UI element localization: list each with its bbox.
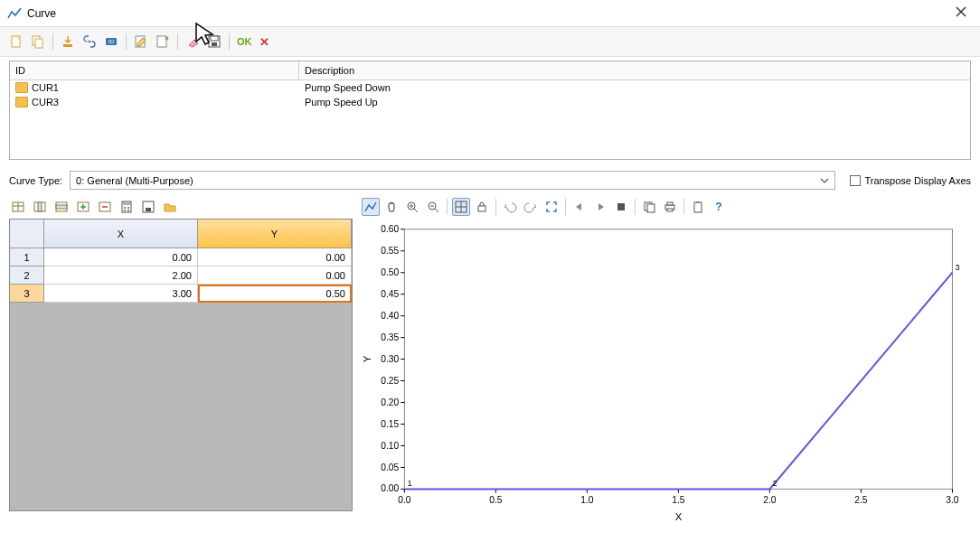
grid-cell-y[interactable]: 0.50 — [198, 285, 352, 303]
list-header-id[interactable]: ID — [10, 61, 299, 79]
separator — [495, 199, 496, 215]
svg-rect-6 — [63, 44, 72, 47]
curve-list-panel: ID Description CUR1 Pump Speed Down CUR3… — [9, 61, 971, 160]
grid-header-x[interactable]: X — [44, 220, 198, 248]
eraser-icon[interactable] — [184, 33, 202, 51]
curve-type-label: Curve Type: — [9, 175, 62, 186]
svg-point-30 — [124, 210, 126, 211]
redo-icon[interactable] — [522, 198, 540, 216]
svg-text:2: 2 — [773, 479, 777, 488]
curve-type-select[interactable]: 0: General (Multi-Purpose) — [70, 171, 835, 190]
svg-text:0.0: 0.0 — [398, 495, 411, 505]
ok-button[interactable]: OK — [235, 36, 254, 47]
import-down-icon[interactable] — [59, 33, 77, 51]
svg-text:0.00: 0.00 — [381, 483, 399, 493]
link-icon[interactable] — [80, 33, 99, 51]
svg-text:X: X — [675, 511, 683, 522]
step-fwd-icon[interactable] — [591, 198, 609, 216]
svg-line-39 — [435, 209, 438, 212]
list-desc: Pump Speed Down — [299, 80, 970, 95]
svg-text:0.15: 0.15 — [381, 419, 399, 429]
grid-row-icon[interactable] — [52, 198, 71, 216]
grid-table-icon[interactable] — [9, 198, 27, 216]
cancel-button[interactable]: ✕ — [258, 35, 271, 49]
grid-row-index[interactable]: 2 — [10, 266, 44, 285]
separator — [229, 33, 230, 50]
svg-rect-14 — [212, 42, 217, 46]
list-row[interactable]: CUR1 Pump Speed Down — [10, 80, 970, 95]
grid-header-y[interactable]: Y — [198, 220, 352, 248]
save-icon[interactable] — [205, 33, 223, 51]
grid-cell-x[interactable]: 0.00 — [44, 248, 198, 266]
fit-view-icon[interactable] — [542, 198, 561, 216]
zoom-out-icon[interactable] — [424, 198, 442, 216]
chart-line-icon[interactable] — [362, 198, 380, 216]
grid-open-icon[interactable] — [161, 198, 179, 216]
svg-text:0.5: 0.5 — [489, 495, 503, 505]
close-button[interactable] — [949, 5, 973, 22]
grid-row-index[interactable]: 1 — [10, 248, 44, 266]
list-header-desc[interactable]: Description — [299, 61, 970, 79]
edit-icon[interactable] — [132, 33, 150, 51]
svg-rect-47 — [617, 203, 625, 210]
svg-text:3.0: 3.0 — [946, 495, 959, 505]
grid-delete-icon[interactable] — [96, 198, 114, 216]
grid-toggle-icon[interactable] — [452, 198, 470, 216]
main-toolbar: ID OK ✕ — [0, 27, 980, 57]
chart-toolbar: ? — [358, 195, 971, 219]
svg-text:1: 1 — [407, 479, 411, 488]
checkbox-icon — [850, 175, 861, 186]
edit-out-icon[interactable] — [154, 33, 172, 51]
transpose-checkbox[interactable]: Transpose Display Axes — [843, 175, 971, 186]
new-icon[interactable] — [7, 33, 25, 51]
list-id: CUR3 — [32, 97, 59, 107]
svg-line-35 — [414, 209, 418, 212]
help-icon[interactable]: ? — [710, 198, 728, 216]
grid-column-icon[interactable] — [31, 198, 49, 216]
step-back-icon[interactable] — [570, 198, 589, 216]
undo-icon[interactable] — [501, 198, 519, 216]
copy-chart-icon[interactable] — [640, 198, 658, 216]
svg-text:0.60: 0.60 — [381, 224, 399, 234]
svg-rect-33 — [146, 208, 151, 211]
svg-rect-51 — [667, 202, 673, 205]
svg-rect-27 — [123, 202, 130, 205]
lock-axis-icon[interactable] — [473, 198, 491, 216]
copy-icon[interactable] — [29, 33, 47, 51]
id-badge-icon[interactable]: ID — [102, 33, 120, 51]
grid-cell-x[interactable]: 3.00 — [44, 285, 198, 303]
list-row[interactable]: CUR3 Pump Speed Up — [10, 95, 970, 109]
separator — [635, 199, 636, 215]
pan-hand-icon[interactable] — [382, 198, 400, 216]
svg-rect-20 — [38, 202, 42, 211]
svg-point-28 — [124, 207, 126, 209]
grid-calc-icon[interactable] — [118, 198, 136, 216]
svg-text:1.0: 1.0 — [580, 495, 594, 505]
grid-corner[interactable] — [10, 220, 44, 248]
chart-svg: 0.000.050.100.150.200.250.300.350.400.45… — [358, 219, 971, 528]
svg-text:2.5: 2.5 — [854, 495, 868, 505]
list-desc: Pump Speed Up — [299, 95, 970, 109]
folder-icon — [15, 97, 28, 107]
chart-area[interactable]: 0.000.050.100.150.200.250.300.350.400.45… — [358, 219, 971, 528]
separator — [177, 33, 178, 50]
zoom-in-icon[interactable] — [403, 198, 421, 216]
grid-row-index[interactable]: 3 — [10, 285, 44, 303]
print-icon[interactable] — [661, 198, 679, 216]
separator — [126, 33, 127, 50]
stop-icon[interactable] — [612, 198, 630, 216]
svg-text:0.45: 0.45 — [381, 289, 399, 299]
clipboard-icon[interactable] — [689, 198, 707, 216]
data-grid[interactable]: X Y 1 0.00 0.00 2 2.00 0.00 3 3.00 0.50 — [9, 219, 353, 511]
grid-cell-y[interactable]: 0.00 — [198, 266, 352, 285]
grid-cell-x[interactable]: 2.00 — [44, 266, 198, 285]
svg-rect-44 — [478, 206, 485, 211]
curve-type-value: 0: General (Multi-Purpose) — [76, 175, 193, 186]
grid-cell-y[interactable]: 0.00 — [198, 248, 352, 266]
grid-save-icon[interactable] — [139, 198, 157, 216]
curve-type-row: Curve Type: 0: General (Multi-Purpose) T… — [0, 167, 980, 195]
grid-row: 1 0.00 0.00 — [10, 248, 352, 266]
separator — [52, 33, 53, 50]
grid-insert-icon[interactable] — [74, 198, 92, 216]
svg-text:0.20: 0.20 — [381, 397, 399, 407]
